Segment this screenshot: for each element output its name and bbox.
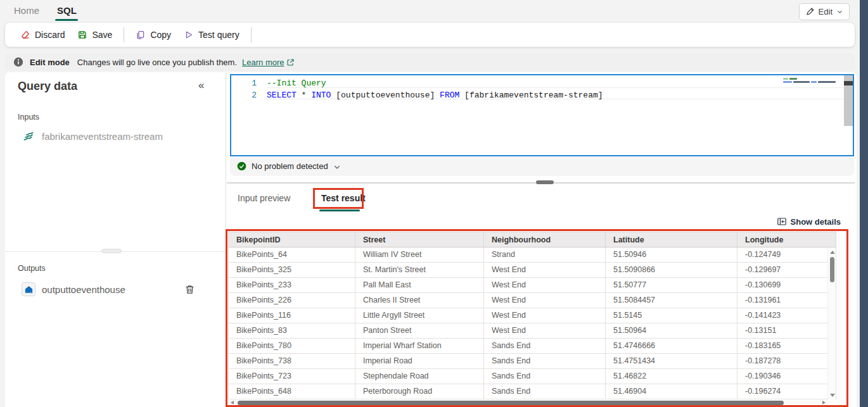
- table-horizontal-scrollbar[interactable]: [229, 400, 827, 406]
- scroll-left-arrow-icon[interactable]: [231, 401, 234, 404]
- delete-output-icon[interactable]: [184, 284, 195, 295]
- table-cell: -0.129697: [737, 263, 836, 277]
- table-vertical-scrollbar[interactable]: [827, 248, 836, 399]
- table-cell: Stephendale Road: [355, 369, 484, 384]
- horizontal-scrollbar-thumb[interactable]: [238, 401, 784, 405]
- sql-text: *: [297, 91, 311, 100]
- table-cell: Imperial Road: [355, 354, 484, 368]
- scroll-up-arrow-icon[interactable]: [830, 251, 835, 254]
- table-cell: 51.5145: [606, 308, 737, 323]
- table-cell: -0.183165: [737, 339, 836, 353]
- test-result-active-underline: [319, 210, 360, 211]
- column-header[interactable]: Neighbourhood: [484, 232, 606, 247]
- test-query-label: Test query: [198, 30, 239, 40]
- sql-code-editor[interactable]: 1--Init Query 2SELECT * INTO [outputtoev…: [230, 74, 854, 156]
- outputs-section-label: Outputs: [18, 264, 46, 273]
- code-line-2: 2SELECT * INTO [outputtoeventhouse] FROM…: [231, 89, 843, 101]
- discard-button[interactable]: Discard: [14, 27, 71, 43]
- table-cell: 51.4746666: [606, 339, 737, 353]
- pencil-icon: [805, 7, 815, 16]
- external-link-icon: [286, 58, 295, 66]
- code-line-1: 1--Init Query: [231, 77, 843, 89]
- table-cell: 51.5090866: [606, 263, 737, 277]
- editor-status-bar: No problem detected: [230, 156, 854, 176]
- table-row[interactable]: BikePoints_83Panton StreetWest End51.509…: [228, 323, 836, 339]
- learn-more-label: Learn more: [242, 58, 284, 67]
- table-cell: -0.196274: [737, 384, 836, 399]
- main-surface: Query data « Inputs fabrikameventstream-…: [5, 72, 857, 407]
- vertical-scrollbar-thumb[interactable]: [830, 257, 834, 282]
- editor-scrollbar-thumb[interactable]: [844, 81, 853, 85]
- table-row[interactable]: BikePoints_226Charles II StreetWest End5…: [228, 293, 836, 308]
- table-cell: BikePoints_233: [229, 278, 355, 292]
- table-row[interactable]: BikePoints_738Imperial RoadSands End51.4…: [228, 354, 836, 369]
- top-tab-bar: Home SQL Edit: [0, 0, 860, 22]
- banner-title: Edit mode: [30, 58, 70, 67]
- table-cell: -0.124749: [737, 247, 836, 262]
- scroll-down-arrow-icon[interactable]: [830, 394, 835, 397]
- tab-sql[interactable]: SQL: [57, 5, 77, 16]
- eventhouse-icon: [22, 282, 35, 296]
- column-header[interactable]: Latitude: [606, 232, 737, 247]
- table-cell: -0.187278: [737, 354, 836, 368]
- table-cell: BikePoints_723: [229, 369, 355, 384]
- app-window: Home SQL Edit Discard Save: [0, 0, 868, 407]
- sidebar-title: Query data: [18, 80, 77, 93]
- test-query-button[interactable]: Test query: [177, 27, 246, 43]
- sql-comment: --Init Query: [267, 78, 326, 88]
- collapse-sidebar-icon[interactable]: «: [198, 79, 204, 92]
- table-cell: William IV Street: [355, 247, 484, 262]
- table-cell: -0.141423: [737, 308, 836, 323]
- table-cell: 51.46822: [606, 369, 737, 384]
- copy-button[interactable]: Copy: [129, 27, 177, 43]
- table-cell: BikePoints_64: [229, 247, 355, 262]
- save-button[interactable]: Save: [71, 27, 118, 43]
- tab-home[interactable]: Home: [14, 5, 39, 16]
- tab-test-result[interactable]: Test result: [321, 193, 366, 203]
- discard-label: Discard: [35, 30, 65, 40]
- sidebar-splitter-handle[interactable]: [101, 249, 122, 253]
- play-icon: [184, 30, 194, 40]
- table-cell: Panton Street: [355, 323, 484, 338]
- show-details-button[interactable]: Show details: [777, 216, 841, 227]
- scroll-right-arrow-icon[interactable]: [822, 401, 826, 404]
- tab-input-preview[interactable]: Input preview: [238, 193, 290, 203]
- table-row[interactable]: BikePoints_325St. Martin's StreetWest En…: [228, 263, 836, 278]
- learn-more-link[interactable]: Learn more: [242, 58, 294, 67]
- table-row[interactable]: BikePoints_723Stephendale RoadSands End5…: [228, 369, 836, 384]
- output-item-eventhouse[interactable]: outputtoeventhouse: [22, 282, 125, 296]
- edit-button[interactable]: Edit: [799, 3, 850, 20]
- table-cell: Sands End: [484, 354, 606, 368]
- table-cell: 51.50777: [606, 278, 737, 292]
- column-header[interactable]: BikepointID: [229, 232, 355, 247]
- table-row[interactable]: BikePoints_233Pall Mall EastWest End51.5…: [228, 278, 836, 293]
- column-header[interactable]: Street: [355, 232, 484, 247]
- minimap-line: [783, 78, 841, 80]
- table-cell: Charles II Street: [355, 293, 484, 308]
- table-cell: 51.5084457: [606, 293, 737, 308]
- edit-mode-banner: Edit mode Changes will go live once you …: [5, 53, 855, 71]
- table-cell: -0.130699: [737, 278, 836, 292]
- column-header[interactable]: Longitude: [737, 232, 836, 247]
- copy-icon: [136, 30, 146, 40]
- table-cell: BikePoints_738: [229, 354, 355, 368]
- table-row[interactable]: BikePoints_116Little Argyll StreetWest E…: [228, 308, 836, 323]
- panel-splitter-handle[interactable]: [536, 180, 554, 184]
- table-row[interactable]: BikePoints_64William IV StreetStrand51.5…: [228, 247, 836, 263]
- table-cell: -0.131961: [737, 293, 836, 308]
- editor-scrollbar[interactable]: [844, 75, 853, 126]
- table-cell: BikePoints_83: [229, 323, 355, 338]
- sql-keyword: INTO: [311, 91, 331, 100]
- table-row[interactable]: BikePoints_780Imperial Wharf StationSand…: [228, 339, 836, 354]
- table-cell: BikePoints_226: [229, 293, 355, 308]
- input-item-eventstream[interactable]: fabrikameventstream-stream: [22, 129, 163, 143]
- sql-identifier: [outputtoeventhouse]: [331, 91, 440, 100]
- save-icon: [77, 30, 87, 40]
- tab-sql-active-underline: [55, 19, 78, 21]
- show-details-icon: [777, 216, 787, 227]
- table-row[interactable]: BikePoints_648Peterborough RoadSands End…: [228, 384, 836, 399]
- copy-label: Copy: [150, 30, 171, 40]
- status-expand-chevron-icon[interactable]: [333, 163, 341, 171]
- table-cell: Pall Mall East: [355, 278, 484, 292]
- inputs-section-label: Inputs: [18, 113, 39, 122]
